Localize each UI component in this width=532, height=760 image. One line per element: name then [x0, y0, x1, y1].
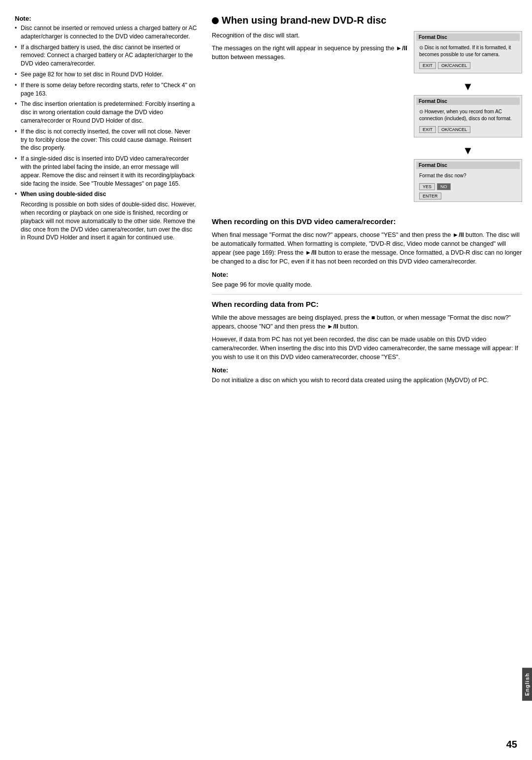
list-item: If a discharged battery is used, the dis…	[15, 43, 197, 68]
divider-1	[212, 294, 522, 295]
note-section-2: Note: See page 96 for movie quality mode…	[212, 271, 522, 289]
screen1-title: Format Disc	[419, 34, 447, 40]
screen3-yes-btn[interactable]: YES	[419, 183, 435, 190]
page-number: 45	[506, 739, 517, 750]
screen3-no-btn[interactable]: NO	[437, 183, 451, 190]
arrow-down-2: ▼	[414, 144, 522, 157]
intro-text-2: The messages on the right will appear in…	[212, 44, 409, 62]
screen2-buttons: EXIT OK/CANCEL	[416, 124, 520, 135]
double-sided-text: Recording is possible on both sides of d…	[21, 200, 197, 242]
screen3-enter-area: ENTER	[416, 192, 520, 199]
note3-text: Do not initialize a disc on which you wi…	[212, 376, 522, 385]
when-data-body-2: However, if data from PC has not yet bee…	[212, 335, 522, 362]
list-item: If there is some delay before recording …	[15, 81, 197, 98]
screen-mockup-1: Format Disc ⊙ Disc is not formatted. If …	[414, 31, 522, 73]
screen1-title-bar: Format Disc	[416, 33, 520, 41]
when-recording-title: When recording on this DVD video camera/…	[212, 217, 522, 227]
when-data-section: When recording data from PC: While the a…	[212, 299, 522, 362]
screen2-body: ⊙ However, when you record from AC conne…	[416, 106, 520, 124]
note2-text: See page 96 for movie quality mode.	[212, 280, 522, 289]
bullet-list: Disc cannot be inserted or removed unles…	[15, 24, 197, 242]
screen1-icon: ⊙	[419, 45, 423, 50]
left-column: Note: Disc cannot be inserted or removed…	[15, 15, 207, 745]
screen2-title-bar: Format Disc	[416, 98, 520, 105]
right-column: When using brand-new DVD-R disc Recognit…	[207, 15, 522, 745]
screen1-exit-btn[interactable]: EXIT	[419, 62, 436, 69]
arrow-down-1: ▼	[414, 80, 522, 93]
list-item: The disc insertion orientation is predet…	[15, 100, 197, 125]
main-section-title: When using brand-new DVD-R disc	[212, 15, 522, 26]
when-data-title: When recording data from PC:	[212, 299, 522, 309]
list-item: Disc cannot be inserted or removed unles…	[15, 24, 197, 41]
bullet-circle-icon	[212, 17, 219, 24]
screen3-text: Format the disc now?	[419, 173, 466, 178]
list-item: See page 82 for how to set disc in Round…	[15, 70, 197, 79]
screen2-icon: ⊙	[419, 109, 423, 114]
screen-mockup-3: Format Disc Format the disc now? YES NO …	[414, 159, 522, 202]
screen3-buttons: YES NO	[416, 181, 520, 192]
list-item-double-sided: When using double-sided disc Recording i…	[15, 190, 197, 242]
list-item: If a single-sided disc is inserted into …	[15, 155, 197, 188]
screen1-ok-btn[interactable]: OK/CANCEL	[438, 62, 470, 69]
list-item: If the disc is not correctly inserted, t…	[15, 128, 197, 152]
screen3-enter-btn[interactable]: ENTER	[419, 193, 441, 199]
note-label-2: Note:	[212, 271, 522, 278]
main-title-text: When using brand-new DVD-R disc	[222, 15, 386, 26]
screen1-body: ⊙ Disc is not formatted. If it is format…	[416, 42, 520, 60]
when-recording-section: When recording on this DVD video camera/…	[212, 217, 522, 266]
screen2-exit-btn[interactable]: EXIT	[419, 126, 436, 133]
screen3-title: Format Disc	[419, 163, 447, 168]
screen3-body: Format the disc now?	[416, 170, 520, 181]
screen-mockup-2: Format Disc ⊙ However, when you record f…	[414, 95, 522, 137]
english-tab: English	[522, 668, 532, 701]
screens-area: Format Disc ⊙ Disc is not formatted. If …	[414, 31, 522, 207]
page-number-area: 45	[506, 739, 517, 750]
intro-text-area: Recognition of the disc will start. The …	[212, 31, 409, 212]
when-data-body-1: While the above messages are being displ…	[212, 313, 522, 331]
double-sided-label: When using double-sided disc	[21, 191, 106, 198]
screen3-title-bar: Format Disc	[416, 162, 520, 169]
note-section-3: Note: Do not initialize a disc on which …	[212, 366, 522, 385]
screen2-title: Format Disc	[419, 99, 447, 104]
screen2-text: However, when you record from AC connect…	[419, 109, 512, 121]
page-container: Note: Disc cannot be inserted or removed…	[0, 0, 532, 760]
when-recording-body: When final message "Format the disc now?…	[212, 231, 522, 266]
screen1-text: Disc is not formatted. If it is formatte…	[419, 45, 511, 57]
screen1-buttons: EXIT OK/CANCEL	[416, 60, 520, 71]
intro-text-1: Recognition of the disc will start.	[212, 31, 409, 40]
intro-with-screens: Recognition of the disc will start. The …	[212, 31, 522, 212]
screen2-ok-btn[interactable]: OK/CANCEL	[438, 126, 470, 133]
note-label-1: Note:	[15, 15, 197, 22]
note-label-3: Note:	[212, 366, 522, 374]
